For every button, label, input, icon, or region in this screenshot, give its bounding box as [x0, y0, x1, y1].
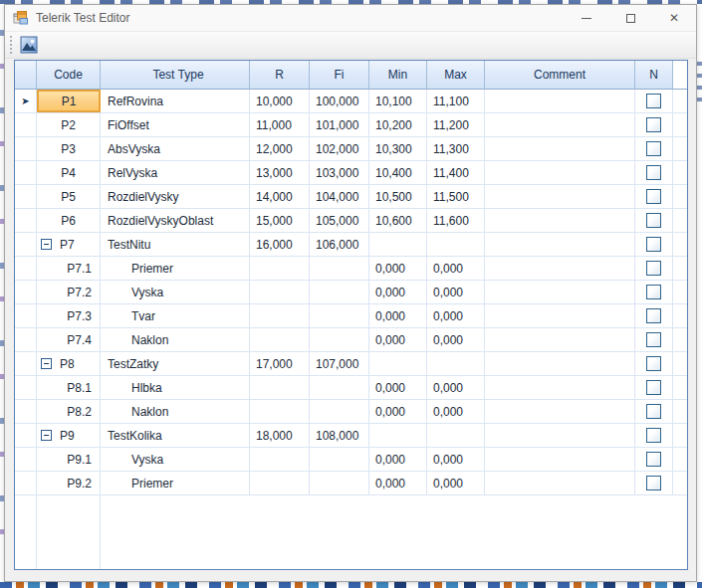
cell-test-type[interactable]: TestZatky	[101, 352, 250, 375]
cell-fi[interactable]: 105,000	[310, 209, 369, 232]
cell-n[interactable]	[635, 233, 673, 256]
n-checkbox[interactable]	[646, 141, 661, 156]
cell-fi[interactable]	[310, 448, 369, 471]
row-header[interactable]	[15, 257, 37, 280]
cell-max[interactable]: 11,500	[427, 185, 485, 208]
cell-min[interactable]: 0,000	[369, 257, 427, 280]
column-header-max[interactable]: Max	[427, 61, 485, 90]
cell-code[interactable]: P7.4	[37, 328, 101, 351]
cell-min[interactable]: 10,500	[369, 185, 427, 208]
cell-test-type[interactable]: Hlbka	[101, 376, 250, 399]
cell-n[interactable]	[635, 304, 673, 327]
close-button[interactable]: ✕	[652, 5, 696, 31]
row-header[interactable]	[15, 304, 37, 327]
cell-comment[interactable]	[485, 185, 635, 208]
cell-max[interactable]: 11,600	[427, 209, 485, 232]
cell-r[interactable]	[250, 281, 310, 303]
cell-fi[interactable]	[310, 281, 369, 303]
cell-test-type[interactable]: FiOffset	[101, 113, 250, 136]
cell-test-type[interactable]: RozdielVysky	[101, 185, 250, 208]
cell-fi[interactable]: 102,000	[310, 137, 369, 160]
row-header[interactable]	[15, 209, 37, 232]
cell-n[interactable]	[635, 352, 673, 375]
n-checkbox[interactable]	[646, 189, 661, 204]
cell-test-type[interactable]: Vyska	[101, 281, 250, 303]
cell-fi[interactable]	[310, 376, 369, 399]
column-header-min[interactable]: Min	[369, 61, 427, 90]
cell-min[interactable]: 10,400	[369, 161, 427, 184]
cell-code[interactable]: P2	[37, 113, 101, 136]
cell-min[interactable]	[369, 352, 427, 375]
cell-r[interactable]	[250, 472, 310, 494]
cell-code[interactable]: P9.1	[37, 448, 101, 471]
row-header[interactable]	[15, 137, 37, 160]
cell-max[interactable]	[427, 352, 485, 375]
cell-max[interactable]	[427, 424, 485, 447]
cell-test-type[interactable]: AbsVyska	[101, 137, 250, 160]
cell-r[interactable]	[250, 304, 310, 327]
n-checkbox[interactable]	[646, 380, 661, 395]
cell-min[interactable]: 0,000	[369, 448, 427, 471]
cell-code[interactable]: P9.2	[37, 472, 101, 494]
cell-r[interactable]: 11,000	[250, 113, 310, 136]
cell-test-type[interactable]: RozdielVyskyOblast	[101, 209, 250, 232]
cell-n[interactable]	[635, 328, 673, 351]
cell-code[interactable]: P6	[37, 209, 101, 232]
cell-n[interactable]	[635, 472, 673, 494]
cell-test-type[interactable]: RefRovina	[101, 90, 250, 112]
cell-r[interactable]	[250, 257, 310, 280]
cell-r[interactable]	[250, 448, 310, 471]
cell-max[interactable]: 0,000	[427, 304, 485, 327]
cell-min[interactable]	[369, 233, 427, 256]
n-checkbox[interactable]	[646, 308, 661, 323]
cell-fi[interactable]: 103,000	[310, 161, 369, 184]
n-checkbox[interactable]	[646, 285, 661, 299]
cell-comment[interactable]	[485, 90, 635, 112]
collapse-toggle-icon[interactable]	[41, 430, 52, 441]
cell-max[interactable]: 11,300	[427, 137, 485, 160]
cell-min[interactable]	[369, 424, 427, 447]
cell-test-type[interactable]: Tvar	[101, 304, 250, 327]
cell-n[interactable]	[635, 448, 673, 471]
cell-fi[interactable]	[310, 257, 369, 280]
cell-min[interactable]: 0,000	[369, 472, 427, 494]
cell-fi[interactable]: 104,000	[310, 185, 369, 208]
cell-test-type[interactable]: RelVyska	[101, 161, 250, 184]
column-header-code[interactable]: Code	[37, 61, 101, 90]
cell-fi[interactable]	[310, 328, 369, 351]
cell-code[interactable]: P7	[37, 233, 101, 256]
row-header[interactable]	[15, 400, 37, 423]
row-header[interactable]	[15, 161, 37, 184]
cell-code[interactable]: P1	[37, 90, 101, 112]
minimize-button[interactable]	[565, 5, 608, 31]
cell-fi[interactable]: 108,000	[310, 424, 369, 447]
row-header[interactable]	[15, 281, 37, 303]
cell-comment[interactable]	[485, 376, 635, 399]
cell-r[interactable]: 18,000	[250, 424, 310, 447]
n-checkbox[interactable]	[646, 94, 661, 108]
cell-code[interactable]: P9	[37, 424, 101, 447]
cell-code[interactable]: P8	[37, 352, 101, 375]
cell-min[interactable]: 10,300	[369, 137, 427, 160]
cell-r[interactable]	[250, 328, 310, 351]
cell-code[interactable]: P7.1	[37, 257, 101, 280]
n-checkbox[interactable]	[646, 261, 661, 276]
cell-max[interactable]: 0,000	[427, 328, 485, 351]
cell-min[interactable]: 0,000	[369, 304, 427, 327]
row-header[interactable]: ➤	[15, 90, 37, 112]
cell-min[interactable]: 10,100	[369, 90, 427, 112]
cell-comment[interactable]	[485, 304, 635, 327]
cell-code[interactable]: P7.3	[37, 304, 101, 327]
row-header[interactable]	[15, 113, 37, 136]
cell-r[interactable]: 16,000	[250, 233, 310, 256]
cell-comment[interactable]	[485, 352, 635, 375]
row-header[interactable]	[15, 328, 37, 351]
row-header[interactable]	[15, 233, 37, 256]
column-header-comment[interactable]: Comment	[485, 61, 635, 90]
cell-n[interactable]	[635, 376, 673, 399]
cell-test-type[interactable]: TestNitu	[101, 233, 250, 256]
cell-max[interactable]: 0,000	[427, 448, 485, 471]
collapse-toggle-icon[interactable]	[41, 239, 52, 250]
cell-test-type[interactable]: Naklon	[101, 328, 250, 351]
column-header-type[interactable]: Test Type	[101, 61, 250, 90]
